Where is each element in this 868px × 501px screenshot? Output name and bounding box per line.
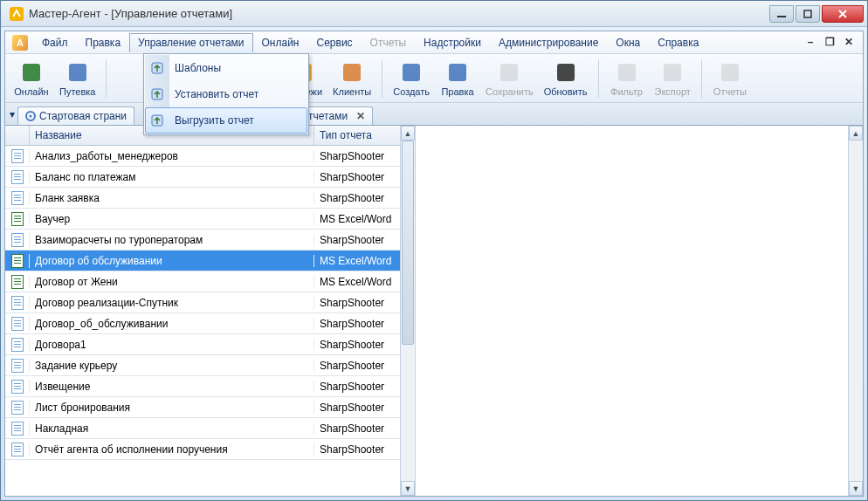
filter-icon xyxy=(615,60,639,85)
close-button[interactable] xyxy=(822,5,864,23)
row-icon-cell xyxy=(5,359,30,373)
preview-scrollbar[interactable]: ▲ ▼ xyxy=(848,126,863,496)
row-name-cell: Бланк заявка xyxy=(30,192,314,204)
table-row[interactable]: Взаиморасчеты по туроператорамSharpShoot… xyxy=(5,230,415,250)
tab-report-management[interactable]: тчетами ✕ xyxy=(300,106,373,125)
mdi-minimize-button[interactable]: – xyxy=(803,37,817,49)
tab-close-icon[interactable]: ✕ xyxy=(356,110,365,122)
menu-dropdown-item[interactable]: Шаблоны xyxy=(145,55,307,81)
minimize-button[interactable] xyxy=(769,5,794,23)
mdi-close-button[interactable]: ✕ xyxy=(842,37,856,49)
svg-rect-11 xyxy=(449,64,466,81)
menu-dropdown-item[interactable]: Установить отчет xyxy=(145,81,307,107)
table-row[interactable]: НакладнаяSharpShooter xyxy=(5,418,415,439)
row-name-cell: Накладная xyxy=(30,422,314,435)
table-row[interactable]: ИзвещениеSharpShooter xyxy=(5,376,415,397)
toolbar-label: Клиенты xyxy=(333,86,371,97)
table-row[interactable]: Договор об обслуживанииMS Excel/Word xyxy=(5,250,415,271)
toolbar-button[interactable]: Клиенты xyxy=(327,57,376,100)
maximize-button[interactable] xyxy=(796,5,820,23)
scroll-up-icon[interactable]: ▲ xyxy=(849,126,863,141)
app-window: Мастер-Агент - [Управление отчетами] A Ф… xyxy=(0,0,868,501)
document-icon xyxy=(11,254,24,268)
people-icon xyxy=(340,60,364,85)
new-icon xyxy=(399,60,424,85)
row-icon-cell xyxy=(5,443,30,456)
row-icon-cell xyxy=(5,254,30,268)
reports-menu-dropdown: ШаблоныУстановить отчетВыгрузить отчет xyxy=(143,53,309,135)
svg-rect-9 xyxy=(343,64,361,81)
tab-start-page[interactable]: Стартовая страни xyxy=(17,106,134,125)
toolbar-label: Сохранить xyxy=(486,86,534,97)
document-icon xyxy=(11,170,24,184)
gear-icon xyxy=(25,111,36,121)
menu-item[interactable]: Сервис xyxy=(308,33,362,52)
toolbar-button[interactable]: Онлайн xyxy=(9,57,54,100)
app-menu-icon[interactable]: A xyxy=(12,35,28,51)
menu-item[interactable]: Справка xyxy=(649,33,707,52)
table-row[interactable]: Бланк заявкаSharpShooter xyxy=(5,188,415,209)
table-row[interactable]: Договора1SharpShooter xyxy=(5,334,415,355)
menu-item[interactable]: Окна xyxy=(607,33,649,52)
table-row[interactable]: Договор_об_обслуживанииSharpShooter xyxy=(5,313,415,334)
toolbar-button[interactable]: Обновить xyxy=(539,57,593,100)
toolbar-button[interactable]: Путевка xyxy=(54,57,100,100)
svg-rect-12 xyxy=(500,64,518,81)
menu-item[interactable]: Администрирование xyxy=(490,33,607,52)
table-row[interactable]: ВаучерMS Excel/Word xyxy=(5,209,415,230)
document-icon xyxy=(11,338,24,352)
svg-rect-15 xyxy=(664,64,681,81)
menu-item[interactable]: Правка xyxy=(77,33,130,52)
menu-item[interactable]: Файл xyxy=(33,33,77,52)
mdi-restore-button[interactable]: ❐ xyxy=(823,37,837,49)
toolbar-button: Экспорт xyxy=(650,57,696,100)
app-logo-icon xyxy=(10,7,24,21)
menubar: A ФайлПравкаУправление отчетамиОнлайнСер… xyxy=(5,31,863,54)
tabstrip-dropdown[interactable]: ▾ xyxy=(7,108,17,120)
toolbar-button[interactable]: Правка xyxy=(435,57,480,100)
row-name-cell: Баланс по платежам xyxy=(30,171,314,183)
row-icon-cell xyxy=(5,380,30,394)
table-body: Анализ_работы_менеджеровSharpShooterБала… xyxy=(5,146,415,496)
svg-rect-6 xyxy=(23,64,40,81)
toolbar-label: Экспорт xyxy=(655,86,691,97)
table-row[interactable]: Договор реализации-СпутникSharpShooter xyxy=(5,292,415,313)
col-icon[interactable] xyxy=(5,126,30,145)
row-icon-cell xyxy=(5,233,30,247)
row-icon-cell xyxy=(5,149,30,163)
menu-item[interactable]: Надстройки xyxy=(415,33,490,52)
toolbar: ОнлайнПутевка ПлатежиКлиенты СоздатьПрав… xyxy=(5,54,863,103)
scroll-down-icon[interactable]: ▼ xyxy=(401,481,415,496)
menu-item[interactable]: Управление отчетами xyxy=(129,33,252,52)
table-row[interactable]: Анализ_работы_менеджеровSharpShooter xyxy=(5,146,415,167)
scroll-up-icon[interactable]: ▲ xyxy=(401,126,415,141)
document-icon xyxy=(11,233,24,247)
titlebar[interactable]: Мастер-Агент - [Управление отчетами] xyxy=(1,1,867,27)
scroll-thumb[interactable] xyxy=(402,141,414,345)
toolbar-button[interactable]: Создать xyxy=(388,57,435,100)
row-name-cell: Лист бронирования xyxy=(30,401,314,414)
table-row[interactable]: Задание курьеруSharpShooter xyxy=(5,355,415,376)
table-row[interactable]: Баланс по платежамSharpShooter xyxy=(5,167,415,188)
document-icon xyxy=(11,212,24,226)
document-icon xyxy=(11,149,24,163)
row-icon-cell xyxy=(5,170,30,184)
toolbar-label: Онлайн xyxy=(14,86,48,97)
scroll-down-icon[interactable]: ▼ xyxy=(849,481,863,496)
document-icon xyxy=(11,422,24,436)
document-icon xyxy=(11,275,24,289)
document-icon xyxy=(11,191,24,205)
document-icon xyxy=(11,359,24,373)
table-row[interactable]: Договор от ЖениMS Excel/Word xyxy=(5,271,415,292)
table-row[interactable]: Лист бронированияSharpShooter xyxy=(5,397,415,418)
row-icon-cell xyxy=(5,191,30,205)
template-icon xyxy=(148,59,166,77)
grid-scrollbar[interactable]: ▲ ▼ xyxy=(400,126,415,496)
table-row[interactable]: Отчёт агента об исполнении порученияShar… xyxy=(5,439,415,460)
row-name-cell: Взаиморасчеты по туроператорам xyxy=(30,234,314,246)
save-icon xyxy=(497,60,521,85)
menu-dropdown-item[interactable]: Выгрузить отчет xyxy=(145,107,307,134)
row-icon-cell xyxy=(5,338,30,352)
menu-item[interactable]: Онлайн xyxy=(253,33,308,52)
menu-item[interactable]: Отчеты xyxy=(362,33,415,52)
